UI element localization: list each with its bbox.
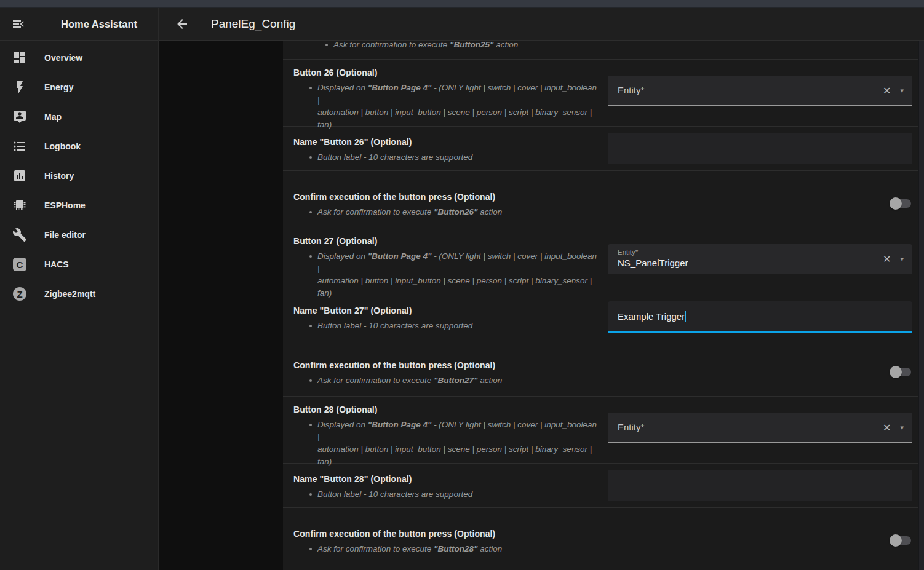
form-row-button26: Button 26 (Optional) Displayed on "Butto… [283, 60, 919, 127]
chevron-down-icon[interactable]: ▾ [900, 424, 904, 432]
field-description: Ask for confirmation to execute "Button2… [309, 543, 919, 555]
home-assistant-app: Home Assistant Overview Energy Map [0, 8, 924, 570]
bullet-icon [309, 255, 312, 258]
map-person-icon [12, 109, 27, 124]
toggle-thumb [890, 197, 902, 210]
field-label: Confirm execution of the button press (O… [293, 529, 919, 539]
sidebar-item-esphome[interactable]: ESPHome [0, 191, 158, 220]
sidebar-item-file-editor[interactable]: File editor [0, 220, 158, 250]
sidebar-item-label: Logbook [44, 141, 81, 151]
field-label: Confirm execution of the button press (O… [293, 360, 919, 370]
sidebar-item-history[interactable]: History [0, 161, 158, 191]
sidebar-item-label: History [44, 171, 74, 181]
list-bulleted-icon [12, 139, 27, 154]
sidebar-item-label: Map [44, 112, 62, 122]
field-description: Ask for confirmation to execute "Button2… [309, 206, 919, 218]
sidebar-items: Overview Energy Map Logbook Hist [0, 41, 158, 309]
form-row-confirm-button27: Confirm execution of the button press (O… [283, 339, 919, 397]
form-row-confirm-button28: Confirm execution of the button press (O… [283, 508, 919, 569]
bullet-icon [309, 379, 312, 382]
toggle-thumb [890, 366, 902, 378]
sidebar-item-overview[interactable]: Overview [0, 43, 158, 73]
hacs-icon: C [12, 257, 27, 272]
wrench-icon [12, 228, 27, 242]
sidebar-item-logbook[interactable]: Logbook [0, 132, 158, 161]
form-row-button27: Button 27 (Optional) Displayed on "Butto… [283, 228, 919, 295]
text-cursor [685, 311, 686, 322]
window-top-strip [0, 0, 924, 8]
confirm-toggle-button28[interactable] [890, 536, 911, 545]
sidebar-item-map[interactable]: Map [0, 102, 158, 132]
bullet-icon [309, 87, 312, 89]
sidebar-item-label: Energy [44, 82, 73, 92]
name-input-button26[interactable] [608, 133, 912, 164]
bullet-icon [309, 424, 312, 426]
entity-select-value: NS_PanelTrigger [618, 258, 688, 268]
sidebar-header: Home Assistant [0, 8, 158, 41]
sidebar: Home Assistant Overview Energy Map [0, 8, 159, 570]
sidebar-item-label: HACS [44, 259, 69, 269]
entity-select-placeholder: Entity* [618, 76, 644, 105]
app-title: Home Assistant [61, 18, 137, 30]
form-row-button28: Button 28 (Optional) Displayed on "Butto… [283, 397, 919, 464]
sidebar-item-label: Zigbee2mqtt [44, 289, 95, 299]
lightning-bolt-icon [12, 80, 27, 95]
bullet-icon [309, 325, 312, 327]
clear-icon[interactable]: ✕ [883, 422, 891, 433]
zigbee-icon: Z [12, 287, 27, 301]
panel-header: PanelEg_Config [159, 8, 924, 41]
name-input-button27[interactable]: Example Trigger [608, 301, 912, 333]
clear-icon[interactable]: ✕ [883, 253, 891, 265]
form-row-confirm-button26: Confirm execution of the button press (O… [283, 171, 919, 228]
sidebar-item-label: Overview [44, 53, 82, 63]
confirm-toggle-button27[interactable] [890, 368, 911, 376]
field-description: Ask for confirmation to execute "Button2… [325, 41, 518, 51]
toggle-thumb [890, 534, 902, 547]
view-dashboard-icon [12, 50, 27, 65]
sidebar-item-label: ESPHome [44, 200, 86, 210]
menu-open-icon[interactable] [11, 17, 26, 31]
config-content: Ask for confirmation to execute "Button2… [159, 41, 924, 570]
sidebar-item-label: File editor [44, 230, 86, 240]
entity-select-placeholder: Entity* [618, 413, 644, 442]
bullet-icon [309, 211, 312, 213]
back-arrow-icon[interactable] [175, 17, 189, 31]
entity-select-button27[interactable]: Entity* NS_PanelTrigger ✕ ▾ [608, 244, 912, 274]
entity-select-button26[interactable]: Entity* ✕ ▾ [608, 76, 912, 106]
field-label: Confirm execution of the button press (O… [293, 192, 919, 202]
sidebar-item-energy[interactable]: Energy [0, 73, 158, 102]
chip-icon [12, 198, 27, 213]
config-form: Ask for confirmation to execute "Button2… [283, 41, 919, 570]
clear-icon[interactable]: ✕ [883, 85, 891, 97]
form-row-name-button26: Name "Button 26" (Optional) Button label… [283, 127, 919, 171]
bullet-icon [309, 493, 312, 496]
entity-select-button28[interactable]: Entity* ✕ ▾ [608, 413, 912, 443]
name-input-value: Example Trigger [618, 311, 685, 322]
page-title: PanelEg_Config [211, 17, 295, 31]
bullet-icon [325, 44, 328, 46]
chart-box-icon [12, 168, 27, 183]
form-row-name-button27: Name "Button 27" (Optional) Button label… [283, 295, 919, 339]
main-panel: PanelEg_Config Ask for confirmation to e… [159, 8, 924, 570]
vertical-scrollbar[interactable] [918, 41, 924, 570]
form-row-partial-confirm: Ask for confirmation to execute "Button2… [283, 41, 919, 60]
field-description: Ask for confirmation to execute "Button2… [309, 374, 919, 387]
confirm-toggle-button26[interactable] [890, 199, 911, 208]
chevron-down-icon[interactable]: ▾ [900, 87, 904, 95]
sidebar-item-hacs[interactable]: C HACS [0, 250, 158, 279]
form-row-name-button28: Name "Button 28" (Optional) Button label… [283, 464, 919, 508]
chevron-down-icon[interactable]: ▾ [900, 255, 904, 263]
bullet-icon [309, 156, 312, 159]
entity-select-label: Entity* [618, 248, 638, 256]
sidebar-item-zigbee2mqtt[interactable]: Z Zigbee2mqtt [0, 279, 158, 309]
name-input-button28[interactable] [608, 470, 912, 501]
bullet-icon [309, 548, 312, 550]
